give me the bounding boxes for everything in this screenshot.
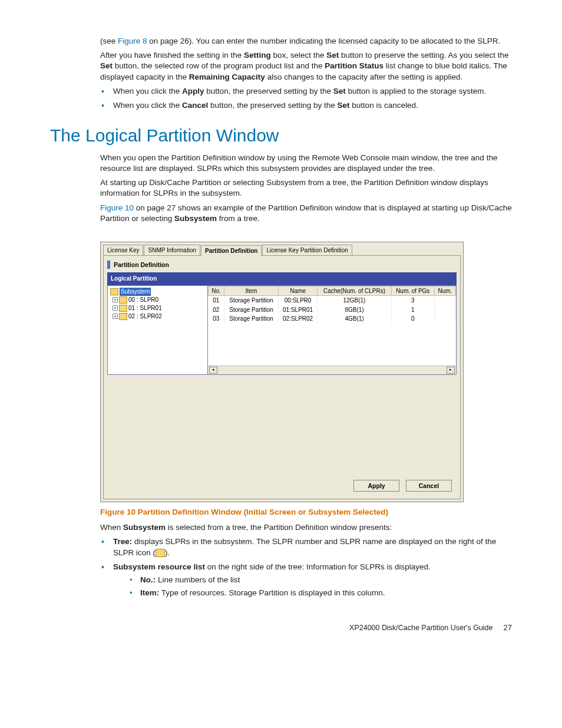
- tree-node-2[interactable]: + 02 : SLPR02: [110, 312, 205, 321]
- bold-srl: Subsystem resource list: [113, 562, 205, 571]
- cell: 3: [391, 296, 434, 305]
- link-figure-10[interactable]: Figure 10: [100, 203, 134, 212]
- slpr-table: No. Item Name Cache(Num. of CLPRs) Num. …: [208, 286, 456, 324]
- bold-set: Set: [326, 51, 339, 60]
- tab-license-key[interactable]: License Key: [103, 245, 143, 255]
- bold-partition-status: Partition Status: [325, 61, 384, 70]
- bold-apply: Apply: [182, 87, 204, 95]
- tab-partition-definition[interactable]: Partition Definition: [201, 245, 262, 256]
- bold-item: Item:: [140, 588, 159, 597]
- cell: Storage Partition: [224, 305, 279, 315]
- text: button to preserve the setting. As you s…: [339, 51, 508, 60]
- text: on the right side of the tree: Informati…: [205, 562, 431, 571]
- tree-node-label: 01 : SLPR01: [128, 304, 162, 312]
- tab-snmp-information[interactable]: SNMP Information: [144, 245, 200, 255]
- text: also changes to the capacity after the s…: [265, 73, 462, 81]
- text: is selected from a tree, the Partition D…: [166, 523, 392, 532]
- table-row[interactable]: 03 Storage Partition 02:SLPR02 4GB(1) 0: [209, 314, 456, 324]
- accent-bar-icon: [107, 261, 110, 269]
- cell: 12GB(1): [318, 296, 392, 305]
- text: from a tree.: [217, 214, 260, 223]
- text: button, the preserved setting by the: [204, 87, 333, 95]
- cell: 01: [209, 296, 224, 305]
- expand-icon[interactable]: +: [113, 314, 118, 319]
- cell: 02:SLPR02: [278, 314, 317, 324]
- intro-line2: After you have finished the setting in t…: [100, 50, 512, 83]
- scroll-left-icon[interactable]: ◂: [209, 367, 217, 374]
- tab-license-key-partition-definition[interactable]: License Key Partition Definition: [262, 245, 352, 255]
- cancel-button[interactable]: Cancel: [406, 480, 452, 492]
- bullet-list-bottom: Tree: displays SLPRs in the subsystem. T…: [100, 536, 512, 598]
- tree-node-label: 00 : SLPR0: [128, 296, 158, 304]
- text: When: [100, 523, 123, 532]
- cell: [434, 314, 455, 324]
- text: button is applied to the storage system.: [346, 87, 487, 95]
- cell: 03: [209, 314, 224, 324]
- cell: 1: [391, 305, 434, 315]
- text: button, the preserved setting by the: [208, 101, 337, 110]
- cell: [434, 305, 455, 315]
- bullet-subsystem-resource-list: Subsystem resource list on the right sid…: [100, 562, 512, 599]
- tree-root-label: Subsystem: [120, 288, 151, 296]
- tree-root[interactable]: Subsystem: [110, 288, 205, 296]
- bold-set: Set: [337, 101, 349, 110]
- cell: [434, 296, 455, 305]
- text: button, the selected row of the program …: [113, 61, 325, 70]
- col-num[interactable]: Num.: [434, 286, 455, 296]
- sub-bullet-list: No.: Line numbers of the list Item: Type…: [130, 575, 512, 598]
- bold-no: No.:: [140, 575, 156, 584]
- text: When you click the: [113, 101, 182, 110]
- folder-icon: [119, 297, 127, 304]
- panel-title: Partition Definition: [114, 261, 169, 269]
- section-heading: The Logical Partition Window: [50, 124, 512, 148]
- bullet-list-top: When you click the Apply button, the pre…: [100, 86, 512, 111]
- text: on page 26). You can enter the number in…: [147, 37, 501, 45]
- col-item[interactable]: Item: [224, 286, 279, 296]
- page-number: 27: [504, 622, 512, 633]
- panel-title-row: Partition Definition: [107, 261, 457, 269]
- scroll-right-icon[interactable]: ▸: [447, 367, 455, 374]
- bold-subsystem: Subsystem: [123, 523, 166, 532]
- cell: 01:SLPR01: [278, 305, 317, 315]
- text: After you have finished the setting in t…: [100, 51, 244, 60]
- table-row[interactable]: 01 Storage Partition 00:SLPR0 12GB(1) 3: [209, 296, 456, 305]
- apply-button[interactable]: Apply: [353, 480, 399, 492]
- page-footer: XP24000 Disk/Cache Partition User's Guid…: [50, 622, 512, 633]
- cell: 4GB(1): [318, 314, 392, 324]
- partition-definition-window: License Key SNMP Information Partition D…: [100, 242, 464, 502]
- tree-panel: Subsystem + 00 : SLPR0 + 01 : SLPR01 +: [108, 286, 208, 374]
- folder-icon: [119, 313, 127, 320]
- sub-bullet-no: No.: Line numbers of the list: [130, 575, 512, 585]
- inner-panel: Partition Definition Logical Partition S…: [103, 255, 461, 499]
- para-3: Figure 10 on page 27 shows an example of…: [100, 203, 512, 224]
- cell: Storage Partition: [224, 296, 279, 305]
- table-row[interactable]: 02 Storage Partition 01:SLPR01 8GB(1) 1: [209, 305, 456, 315]
- logical-partition-header: Logical Partition: [107, 272, 457, 285]
- horizontal-scrollbar[interactable]: ◂ ▸: [208, 365, 456, 374]
- table-header-row: No. Item Name Cache(Num. of CLPRs) Num. …: [209, 286, 456, 296]
- bold-set: Set: [333, 87, 346, 95]
- text: on page 27 shows an example of the Parti…: [100, 203, 512, 223]
- col-pgs[interactable]: Num. of PGs: [391, 286, 434, 296]
- para-1: When you open the Partition Definition w…: [100, 153, 512, 174]
- expand-icon[interactable]: +: [113, 297, 118, 302]
- tree-node-1[interactable]: + 01 : SLPR01: [110, 304, 205, 312]
- text: displays SLPRs in the subsystem. The SLP…: [113, 537, 496, 556]
- footer-title: XP24000 Disk/Cache Partition User's Guid…: [349, 623, 492, 633]
- cell: 0: [391, 314, 434, 324]
- col-no[interactable]: No.: [209, 286, 224, 296]
- col-name[interactable]: Name: [278, 286, 317, 296]
- logical-partition-body: Subsystem + 00 : SLPR0 + 01 : SLPR01 +: [107, 285, 457, 375]
- tree-node-0[interactable]: + 00 : SLPR0: [110, 296, 205, 304]
- col-cache[interactable]: Cache(Num. of CLPRs): [318, 286, 392, 296]
- slpr-icon: [156, 549, 165, 557]
- link-figure-8[interactable]: Figure 8: [118, 37, 147, 45]
- text: Line numbers of the list: [156, 575, 240, 584]
- bold-cancel: Cancel: [182, 101, 208, 110]
- text: When you click the: [113, 87, 182, 95]
- cell: 00:SLPR0: [278, 296, 317, 305]
- bold-tree: Tree:: [113, 537, 132, 546]
- expand-icon[interactable]: +: [113, 305, 118, 311]
- figure-caption: Figure 10 Partition Definition Window (I…: [100, 507, 512, 518]
- bullet-apply: When you click the Apply button, the pre…: [100, 86, 512, 97]
